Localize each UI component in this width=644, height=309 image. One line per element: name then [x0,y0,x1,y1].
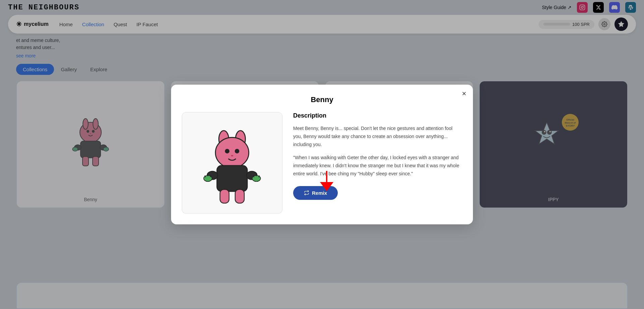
svg-point-44 [235,149,239,153]
svg-point-45 [231,155,233,157]
modal-image-area [182,112,282,214]
modal-desc-title: Description [293,112,462,119]
red-arrow-annotation [313,169,340,193]
svg-marker-60 [320,182,333,191]
modal-body: Description Meet Benny, Benny is... spec… [182,112,462,214]
svg-rect-46 [217,166,247,191]
modal-desc-text: Meet Benny, Benny is... special. Don't l… [293,125,462,148]
svg-rect-48 [235,189,244,203]
svg-point-42 [215,137,249,168]
modal-desc-area: Description Meet Benny, Benny is... spec… [293,112,462,214]
modal-benny: × Benny [171,85,473,224]
svg-rect-47 [220,189,229,203]
svg-point-43 [225,149,230,153]
modal-close-button[interactable]: × [462,90,466,97]
modal-title: Benny [182,95,462,104]
modal-overlay: × Benny [0,0,644,309]
remix-icon [304,190,309,195]
